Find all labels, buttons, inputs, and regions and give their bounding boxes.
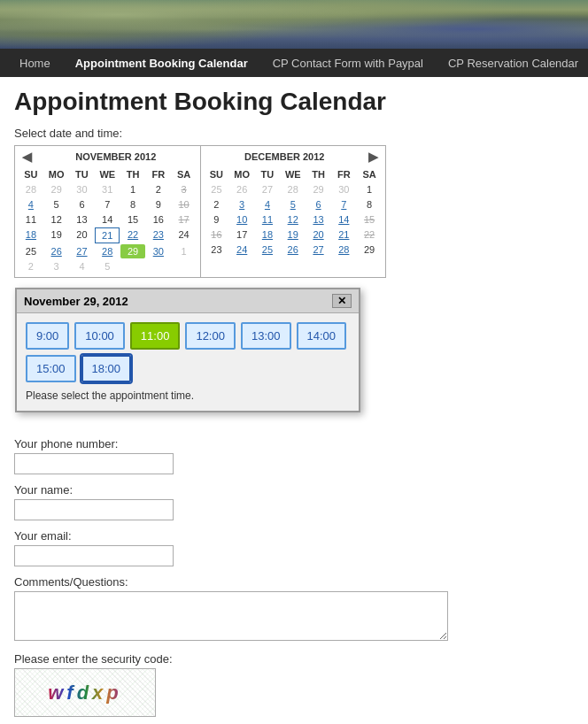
cal-header-cell: SU bbox=[205, 167, 229, 181]
cal-day-cell: 10 bbox=[172, 197, 197, 212]
popup-close-button[interactable]: ✕ bbox=[332, 294, 352, 308]
november-grid: SUMOTUWETHFRSA28293031123456789101112131… bbox=[19, 167, 197, 273]
cal-day-cell[interactable]: 12 bbox=[281, 212, 306, 227]
cal-day-cell: 25 bbox=[205, 182, 229, 196]
cal-day-cell[interactable]: 19 bbox=[281, 227, 306, 242]
cal-day-cell: 27 bbox=[255, 182, 280, 196]
next-month-button[interactable]: ▶ bbox=[365, 150, 382, 164]
cal-day-cell: 21 bbox=[95, 227, 120, 243]
comments-textarea[interactable] bbox=[14, 591, 448, 641]
cal-day-cell[interactable]: 7 bbox=[331, 197, 356, 212]
cal-day-cell[interactable]: 18 bbox=[19, 227, 43, 243]
cal-day-cell[interactable]: 24 bbox=[229, 243, 254, 257]
cal-day-cell[interactable]: 11 bbox=[255, 212, 280, 227]
time-slot-button[interactable]: 15:00 bbox=[26, 355, 76, 382]
cal-day-cell[interactable]: 25 bbox=[255, 243, 280, 257]
cal-day-cell: 8 bbox=[357, 197, 382, 212]
time-slot-button[interactable]: 18:00 bbox=[81, 355, 132, 382]
time-slots: 9:0010:0011:0012:0013:0014:0015:0018:00 bbox=[26, 322, 350, 382]
form-section: Your phone number: Your name: Your email… bbox=[14, 437, 574, 724]
cal-header-cell: SA bbox=[172, 167, 197, 181]
page-title: Appointment Booking Calendar bbox=[14, 88, 574, 116]
cal-day-cell[interactable]: 4 bbox=[255, 197, 280, 212]
time-slot-button[interactable]: 10:00 bbox=[74, 322, 125, 350]
email-input[interactable] bbox=[14, 545, 174, 566]
cal-header-cell: MO bbox=[229, 167, 254, 181]
security-image: wfdxp bbox=[14, 668, 156, 717]
time-slot-button[interactable]: 14:00 bbox=[297, 322, 347, 350]
cal-day-cell[interactable]: 6 bbox=[306, 197, 331, 212]
prev-month-button[interactable]: ◀ bbox=[19, 150, 35, 164]
cal-day-cell[interactable]: 10 bbox=[229, 212, 254, 227]
nav-item-home[interactable]: Home bbox=[7, 51, 63, 75]
cal-day-cell: 29 bbox=[306, 182, 331, 196]
cal-day-cell: 31 bbox=[95, 182, 120, 196]
phone-input[interactable] bbox=[14, 453, 174, 474]
name-label: Your name: bbox=[14, 483, 574, 497]
cal-day-cell bbox=[146, 259, 171, 273]
time-popup: November 29, 2012 ✕ 9:0010:0011:0012:001… bbox=[15, 288, 360, 412]
cal-day-cell[interactable]: 22 bbox=[120, 227, 145, 243]
cal-day-cell: 9 bbox=[205, 212, 229, 227]
cal-day-cell[interactable]: 26 bbox=[44, 244, 69, 258]
cal-day-cell: 13 bbox=[70, 212, 95, 227]
cal-day-cell: 1 bbox=[120, 182, 145, 196]
cal-day-cell[interactable]: 27 bbox=[306, 243, 331, 257]
header-image bbox=[0, 0, 588, 49]
email-group: Your email: bbox=[14, 529, 574, 566]
cal-day-cell[interactable]: 3 bbox=[229, 197, 254, 212]
security-code-display: wfdxp bbox=[48, 682, 122, 705]
nav-item-appointment[interactable]: Appointment Booking Calendar bbox=[63, 51, 260, 75]
cal-day-cell[interactable]: 20 bbox=[306, 227, 331, 242]
cal-day-cell: 28 bbox=[281, 182, 306, 196]
name-input[interactable] bbox=[14, 499, 174, 520]
cal-day-cell[interactable]: 18 bbox=[255, 227, 280, 242]
phone-label: Your phone number: bbox=[14, 437, 574, 451]
time-slot-button[interactable]: 9:00 bbox=[26, 322, 69, 350]
cal-day-cell bbox=[172, 259, 197, 273]
cal-day-cell: 23 bbox=[205, 243, 229, 257]
cal-header-cell: TU bbox=[255, 167, 280, 181]
cal-day-cell: 4 bbox=[70, 259, 95, 273]
time-popup-header: November 29, 2012 ✕ bbox=[17, 289, 359, 313]
cal-day-cell: 11 bbox=[19, 212, 43, 227]
cal-day-cell[interactable]: 21 bbox=[331, 227, 356, 242]
cal-day-cell[interactable]: 29 bbox=[120, 244, 145, 258]
cal-day-cell[interactable]: 13 bbox=[306, 212, 331, 227]
cal-day-cell[interactable]: 27 bbox=[70, 244, 95, 258]
calendar-container: ◀ NOVEMBER 2012 SUMOTUWETHFRSA2829303112… bbox=[14, 145, 386, 278]
cal-header-cell: MO bbox=[44, 167, 69, 181]
cal-day-cell: 17 bbox=[229, 227, 254, 242]
cal-day-cell: 3 bbox=[44, 259, 69, 273]
cal-day-cell[interactable]: 28 bbox=[331, 243, 356, 257]
cal-day-cell: 16 bbox=[146, 212, 171, 227]
december-calendar: DECEMBER 2012 ▶ SUMOTUWETHFRSA2526272829… bbox=[201, 146, 386, 277]
nav-bar: Home Appointment Booking Calendar CP Con… bbox=[0, 49, 588, 77]
page-content: Appointment Booking Calendar Select date… bbox=[0, 77, 588, 724]
cal-day-cell[interactable]: 4 bbox=[19, 197, 43, 212]
cal-day-cell: 16 bbox=[205, 227, 229, 242]
cal-day-cell: 3 bbox=[172, 182, 197, 196]
time-slot-button[interactable]: 13:00 bbox=[241, 322, 291, 350]
security-label: Please enter the security code: bbox=[14, 652, 574, 666]
cal-day-cell[interactable]: 5 bbox=[281, 197, 306, 212]
cal-day-cell: 2 bbox=[205, 197, 229, 212]
cal-day-cell: 19 bbox=[44, 227, 69, 243]
cal-day-cell: 2 bbox=[146, 182, 171, 196]
cal-day-cell[interactable]: 30 bbox=[146, 244, 171, 258]
cal-day-cell: 30 bbox=[331, 182, 356, 196]
popup-note: Please select the appointment time. bbox=[26, 389, 350, 402]
cal-day-cell: 29 bbox=[357, 243, 382, 257]
cal-day-cell[interactable]: 26 bbox=[281, 243, 306, 257]
cal-day-cell[interactable]: 14 bbox=[331, 212, 356, 227]
comments-group: Comments/Questions: bbox=[14, 575, 574, 643]
cal-header-cell: TH bbox=[120, 167, 145, 181]
cal-day-cell[interactable]: 23 bbox=[146, 227, 171, 243]
cal-day-cell[interactable]: 28 bbox=[95, 244, 120, 258]
comments-label: Comments/Questions: bbox=[14, 575, 574, 589]
nav-item-reservation[interactable]: CP Reservation Calendar bbox=[436, 51, 588, 75]
time-slot-button[interactable]: 12:00 bbox=[185, 322, 236, 350]
nav-item-contact[interactable]: CP Contact Form with Paypal bbox=[260, 51, 436, 75]
time-slot-button[interactable]: 11:00 bbox=[130, 322, 181, 350]
cal-day-cell: 8 bbox=[120, 197, 145, 212]
